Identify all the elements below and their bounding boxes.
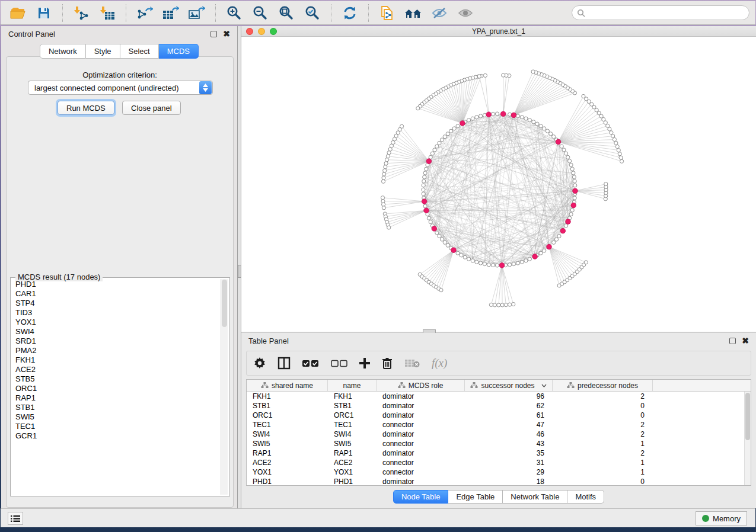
- graph-node[interactable]: [582, 94, 585, 98]
- graph-node[interactable]: [456, 124, 460, 128]
- tab-edge-table[interactable]: Edge Table: [448, 490, 503, 504]
- scrollbar-thumb[interactable]: [745, 393, 750, 440]
- graph-node[interactable]: [435, 145, 439, 148]
- graph-node[interactable]: [422, 188, 425, 191]
- graph-node[interactable]: [516, 114, 519, 118]
- graph-node[interactable]: [467, 257, 471, 261]
- graph-node[interactable]: [615, 145, 619, 148]
- graph-node[interactable]: [423, 204, 427, 208]
- graph-node[interactable]: [573, 184, 577, 187]
- graph-node[interactable]: [570, 209, 574, 212]
- graph-node[interactable]: [508, 303, 512, 306]
- graph-node[interactable]: [539, 124, 543, 128]
- mcds-hub-node[interactable]: [422, 199, 427, 204]
- table-row[interactable]: FKH1FKH1dominator962: [247, 392, 744, 401]
- graph-node[interactable]: [560, 145, 563, 148]
- graph-node[interactable]: [520, 260, 524, 264]
- graph-node[interactable]: [554, 238, 558, 241]
- graph-node[interactable]: [477, 75, 481, 78]
- graph-node[interactable]: [500, 303, 504, 307]
- graph-node[interactable]: [584, 261, 588, 264]
- table-scrollbar[interactable]: [744, 392, 751, 485]
- graph-node[interactable]: [384, 165, 387, 169]
- graph-node[interactable]: [531, 70, 535, 73]
- graph-node[interactable]: [463, 255, 467, 259]
- mcds-hub-node[interactable]: [499, 263, 505, 268]
- add-column-button[interactable]: [359, 358, 370, 368]
- graph-node[interactable]: [508, 263, 512, 267]
- graph-node[interactable]: [618, 152, 621, 156]
- graph-node[interactable]: [416, 107, 420, 110]
- graph-node[interactable]: [491, 264, 495, 267]
- table-row[interactable]: ORC1ORC1dominator610: [247, 411, 744, 420]
- graph-node[interactable]: [384, 162, 388, 165]
- graph-node[interactable]: [382, 206, 385, 210]
- table-row[interactable]: STB1STB1dominator620: [247, 401, 744, 411]
- graph-node[interactable]: [381, 196, 384, 200]
- graph-node[interactable]: [385, 158, 389, 162]
- graph-node[interactable]: [495, 112, 499, 116]
- mcds-hub-node[interactable]: [532, 254, 538, 259]
- graph-node[interactable]: [446, 243, 449, 247]
- open-file-button[interactable]: [7, 4, 29, 23]
- graph-node[interactable]: [422, 180, 426, 183]
- graph-node[interactable]: [491, 112, 495, 116]
- graph-node[interactable]: [443, 241, 446, 244]
- refresh-view-button[interactable]: [339, 4, 361, 23]
- graph-node[interactable]: [471, 259, 474, 262]
- graph-node[interactable]: [495, 264, 499, 267]
- close-panel-button[interactable]: Close panel: [122, 101, 181, 115]
- graph-node[interactable]: [497, 303, 500, 307]
- graph-node[interactable]: [440, 138, 444, 142]
- graph-node[interactable]: [611, 134, 615, 138]
- graph-node[interactable]: [524, 117, 528, 120]
- graph-node[interactable]: [564, 224, 568, 227]
- graph-node[interactable]: [382, 172, 386, 176]
- graph-node[interactable]: [543, 249, 546, 252]
- mcds-hub-node[interactable]: [432, 226, 437, 232]
- delete-column-button[interactable]: [382, 357, 393, 369]
- tab-select[interactable]: Select: [120, 44, 159, 59]
- graph-node[interactable]: [452, 127, 456, 130]
- graph-node[interactable]: [620, 159, 624, 163]
- graph-node[interactable]: [617, 149, 620, 152]
- graph-node[interactable]: [435, 231, 439, 235]
- graph-node[interactable]: [569, 163, 573, 166]
- graph-node[interactable]: [439, 289, 443, 292]
- graph-node[interactable]: [471, 117, 474, 120]
- graph-node[interactable]: [388, 148, 392, 151]
- graph-node[interactable]: [614, 141, 618, 145]
- graph-node[interactable]: [552, 241, 556, 244]
- graph-node[interactable]: [516, 261, 519, 265]
- mcds-result-item[interactable]: STB1: [11, 403, 220, 412]
- graph-node[interactable]: [429, 220, 432, 224]
- zoom-out-button[interactable]: [249, 4, 272, 23]
- zoom-selected-button[interactable]: [301, 4, 324, 23]
- graph-node[interactable]: [427, 216, 430, 220]
- graph-node[interactable]: [456, 251, 460, 255]
- split-panel-button[interactable]: [277, 357, 291, 370]
- graph-node[interactable]: [483, 73, 487, 77]
- graph-node[interactable]: [573, 196, 576, 200]
- graph-node[interactable]: [619, 156, 623, 159]
- graph-node[interactable]: [387, 151, 391, 155]
- graph-node[interactable]: [543, 127, 546, 130]
- graph-node[interactable]: [475, 260, 479, 264]
- export-image-button[interactable]: [186, 4, 208, 23]
- graph-node[interactable]: [610, 131, 613, 134]
- mcds-result-item[interactable]: SWI4: [11, 327, 220, 336]
- mcds-result-item[interactable]: PHD1: [11, 280, 220, 289]
- graph-node[interactable]: [479, 114, 483, 118]
- mcds-hub-node[interactable]: [566, 219, 571, 225]
- hide-selected-button[interactable]: [428, 4, 451, 23]
- graph-node[interactable]: [479, 261, 483, 265]
- graph-node[interactable]: [460, 254, 463, 257]
- show-all-button[interactable]: [454, 4, 477, 23]
- import-table-button[interactable]: [96, 4, 119, 23]
- column-header-MCDS-role[interactable]: MCDS role: [377, 380, 465, 391]
- table-row[interactable]: RAP1RAP1dominator352: [247, 448, 744, 458]
- mcds-result-item[interactable]: PMA2: [11, 346, 220, 355]
- graph-node[interactable]: [569, 213, 573, 216]
- graph-node[interactable]: [613, 137, 616, 141]
- mcds-result-item[interactable]: RAP1: [11, 393, 220, 403]
